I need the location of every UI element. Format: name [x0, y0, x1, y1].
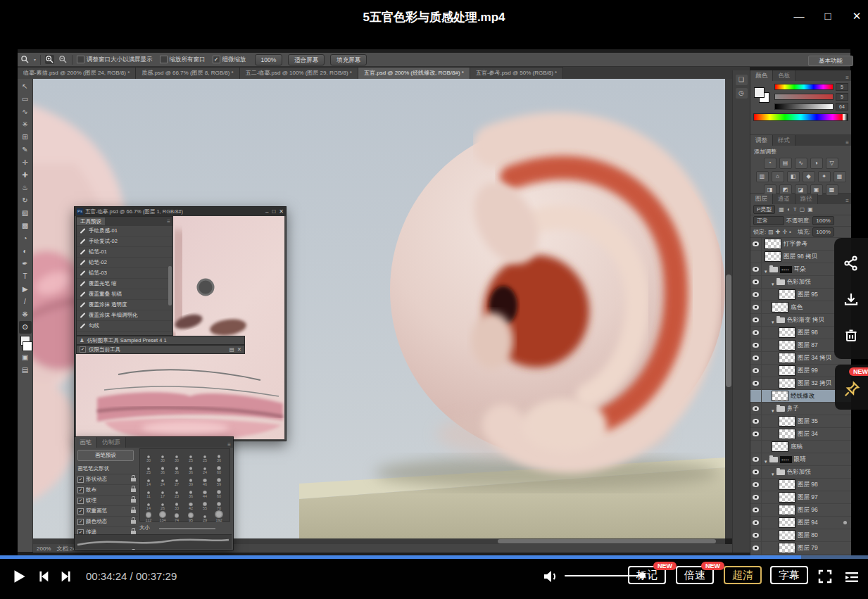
- presets-scrollbar-thumb[interactable]: [168, 266, 172, 305]
- brush-option-checkbox[interactable]: ✓: [77, 550, 84, 551]
- tool-preset-item[interactable]: 手绘复试-02: [77, 237, 172, 247]
- layer-name[interactable]: 图层 97: [798, 493, 818, 502]
- trash-icon[interactable]: [843, 327, 860, 343]
- group-expand-arrow-icon[interactable]: [772, 466, 774, 479]
- tab-channels[interactable]: 通道: [773, 194, 795, 204]
- layer-name[interactable]: 眼睛: [794, 455, 806, 464]
- layer-row[interactable]: 图层 96: [750, 504, 851, 517]
- tool-button[interactable]: ▶: [19, 283, 32, 296]
- brush-tip-item[interactable]: 95: [184, 510, 198, 522]
- layer-name[interactable]: 图层 98: [798, 329, 818, 337]
- pin-icon[interactable]: [843, 380, 861, 398]
- tab-adjustments[interactable]: 调整: [750, 135, 773, 146]
- group-expand-arrow-icon[interactable]: [765, 263, 767, 276]
- visibility-toggle[interactable]: [750, 491, 762, 503]
- filter-type-icon[interactable]: T: [793, 206, 797, 213]
- lock-icon[interactable]: [131, 499, 136, 503]
- brightness-value[interactable]: 64: [836, 103, 848, 111]
- layer-name[interactable]: 图层 80: [798, 531, 818, 540]
- tool-button[interactable]: ◔: [19, 232, 32, 245]
- layer-name[interactable]: 图层 32 拷贝: [798, 379, 831, 388]
- lock-icon[interactable]: [131, 510, 136, 513]
- brush-tip-item[interactable]: 46: [198, 474, 212, 486]
- adjustment-icon[interactable]: ✦: [818, 171, 831, 182]
- brush-tip-item[interactable]: 25: [184, 450, 198, 462]
- group-expand-arrow-icon[interactable]: [772, 314, 774, 327]
- tool-preset-item[interactable]: 铅笔-02: [77, 258, 172, 268]
- layer-name[interactable]: 色彩加强: [787, 278, 811, 286]
- layer-thumbnail[interactable]: [779, 327, 795, 338]
- visibility-toggle[interactable]: [750, 453, 762, 465]
- lock-icon[interactable]: ▨: [768, 229, 774, 235]
- tool-preset-item[interactable]: 手绘质感-01: [77, 226, 172, 237]
- visibility-toggle[interactable]: [750, 542, 762, 554]
- next-button[interactable]: [59, 569, 75, 584]
- new-preset-icon[interactable]: ▤: [229, 346, 234, 353]
- adjustment-icon[interactable]: ◆: [803, 171, 815, 182]
- zoom-level[interactable]: 200%: [37, 546, 51, 552]
- document-tab[interactable]: 五官.psd @ 200% (经线修改, RGB/8#) *: [358, 67, 470, 79]
- layer-row[interactable]: 色彩加强: [750, 466, 851, 479]
- visibility-toggle[interactable]: [750, 276, 762, 288]
- brush-tip-item[interactable]: 112: [141, 510, 156, 522]
- layer-row[interactable]: 图层 35: [750, 415, 851, 428]
- delete-preset-icon[interactable]: ✕: [237, 346, 241, 353]
- visibility-toggle[interactable]: [750, 403, 762, 415]
- tool-preset-item[interactable]: 覆盖光笔 缩: [77, 279, 172, 289]
- layer-name[interactable]: 打字参考: [784, 240, 807, 248]
- brush-tip-item[interactable]: 25: [198, 450, 212, 462]
- tab-swatches[interactable]: 色板: [773, 70, 795, 81]
- layer-thumbnail[interactable]: [779, 340, 795, 351]
- brush-tip-item[interactable]: 24: [198, 462, 212, 474]
- tool-button[interactable]: ♨: [19, 182, 32, 194]
- layer-thumbnail[interactable]: [779, 517, 795, 528]
- float-close-button[interactable]: ✕: [279, 208, 284, 215]
- brush-presets-button[interactable]: 画笔预设: [77, 450, 134, 461]
- saturation-gradient[interactable]: [774, 94, 834, 100]
- layer-name[interactable]: 图层 98: [798, 481, 818, 489]
- checkbox-box[interactable]: [160, 56, 168, 63]
- panel-menu-icon[interactable]: ≡: [845, 139, 851, 146]
- brush-option-row[interactable]: ✓ 形状动态: [76, 474, 138, 485]
- visibility-toggle[interactable]: [750, 466, 762, 478]
- visibility-toggle[interactable]: [750, 529, 762, 541]
- visibility-toggle[interactable]: [750, 441, 762, 453]
- tool-button[interactable]: ⊞: [19, 131, 32, 144]
- quick-mask-button[interactable]: ▣: [19, 351, 32, 364]
- visibility-toggle[interactable]: [750, 251, 762, 263]
- lock-icon[interactable]: ✢: [783, 229, 788, 235]
- tool-button[interactable]: ▩: [19, 220, 32, 232]
- saturation-slider[interactable]: 5: [774, 93, 848, 101]
- layer-name[interactable]: 鼻子: [787, 405, 799, 413]
- brush-tip-item[interactable]: 60: [212, 462, 226, 474]
- group-expand-arrow-icon[interactable]: [772, 276, 774, 289]
- brush-tip-item[interactable]: 17: [156, 486, 170, 498]
- checkbox-box[interactable]: [77, 56, 84, 63]
- visibility-toggle[interactable]: [750, 390, 762, 402]
- layer-row[interactable]: 图层 80: [750, 529, 851, 542]
- brush-tip-item[interactable]: 36: [184, 486, 198, 498]
- brush-tip-item[interactable]: 192: [212, 510, 226, 522]
- layer-name[interactable]: 图层 95: [798, 291, 818, 299]
- volume-icon[interactable]: [542, 568, 559, 585]
- fullscreen-icon[interactable]: [817, 568, 834, 585]
- visibility-toggle[interactable]: [750, 428, 762, 440]
- layer-thumbnail[interactable]: [779, 289, 795, 300]
- layer-filter-dropdown[interactable]: P类型: [753, 205, 775, 214]
- tool-presets-tab[interactable]: 工具预设: [77, 217, 105, 225]
- float-maximize-button[interactable]: □: [272, 208, 275, 215]
- vertical-scrollbar-thumb[interactable]: [726, 275, 731, 387]
- layer-row[interactable]: 底稿: [750, 441, 851, 453]
- video-frame[interactable]: ▾ 调整窗口大小以满屏显示 缩放所有窗口 ✓ 细微缩放: [18, 49, 850, 555]
- adjustment-icon[interactable]: ⌂: [772, 171, 784, 182]
- lock-icon[interactable]: [131, 531, 136, 534]
- vertical-scrollbar[interactable]: [725, 79, 732, 538]
- brush-tip-item[interactable]: 11: [141, 486, 156, 498]
- opacity-value[interactable]: 100%: [812, 216, 834, 225]
- brush-tip-item[interactable]: 33: [170, 498, 184, 510]
- adjustment-icon[interactable]: ◧: [787, 171, 800, 182]
- layer-name[interactable]: 经线修改: [791, 392, 814, 401]
- tool-button[interactable]: ⊙: [19, 321, 32, 334]
- options-button[interactable]: 100%: [255, 54, 283, 65]
- brush-tip-item[interactable]: 30: [156, 450, 170, 462]
